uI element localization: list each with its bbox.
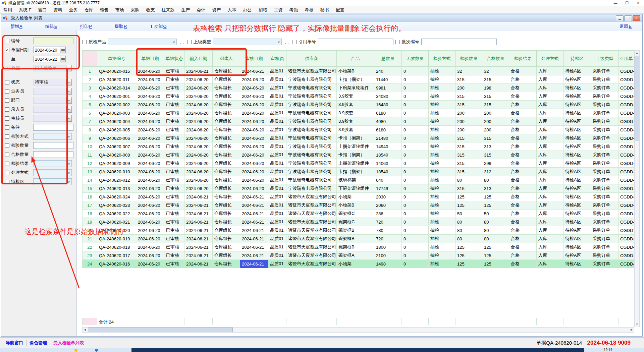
cell-21-18[interactable]: 采购订单 [591,235,619,243]
cell-11-18[interactable]: 采购订单 [591,151,619,159]
cell-9-18[interactable]: 采购订单 [591,134,619,142]
cell-18-9[interactable]: 碗架框C [337,210,374,218]
column-header-19[interactable]: 引用单号 [619,51,635,67]
cell-2-9[interactable]: 卡扣（搁架） [337,75,374,84]
cell-3-18[interactable]: 采购订单 [591,84,619,92]
cell-2-8[interactable]: 宁波瑞奇电器有限公司 [286,75,337,84]
cell-15-16[interactable]: 入库 [537,184,564,193]
cell-11-4[interactable]: 2024-06-20 [184,151,213,159]
cell-11-17[interactable]: 待检A区 [564,151,591,159]
cell-22-1[interactable]: QA-240620-018 [97,243,136,251]
cell-12-1[interactable]: QA-240620-009 [97,159,136,168]
cell-13-13[interactable]: 315 [455,168,482,176]
cell-9-2[interactable]: 2024-06-20 [136,134,164,142]
row-number-cell[interactable]: 12 [83,159,97,168]
cell-11-16[interactable]: 入库 [537,151,564,159]
column-header-11[interactable]: 无效数量 [402,51,429,67]
cell-21-13[interactable]: 80 [455,235,482,243]
cell-4-2[interactable]: 2024-06-20 [136,92,164,101]
column-header-8[interactable]: 供应商 [286,51,337,67]
column-header-9[interactable]: 产品 [337,51,374,67]
cell-14-17[interactable]: 待检A区 [564,176,591,184]
cell-6-8[interactable]: 宁波瑞奇电器有限公司 [286,109,337,117]
cell-14-1[interactable]: QA-240620-012 [97,176,136,184]
cell-6-5[interactable]: 仓库组长 [213,109,240,117]
cell-19-3[interactable]: 已审核 [164,218,184,226]
cell-14-15[interactable]: 合格 [509,176,537,184]
cell-24-14[interactable]: 125 [482,260,509,268]
horizontal-scrollbar-thumb[interactable] [88,328,233,332]
dropdown-arrow-icon[interactable]: ▼ [66,88,72,95]
cell-20-17[interactable]: 待检A区 [564,226,591,235]
cell-14-19[interactable]: CGDD-24 [619,176,635,184]
cell-16-5[interactable]: 仓库组长 [213,193,240,201]
cell-2-4[interactable]: 2024-06-20 [184,75,213,84]
cell-4-19[interactable]: CGDD-24 [619,92,635,101]
cell-1-16[interactable]: 入库 [537,67,564,75]
table-row-2[interactable]: 2QA-240620-0112024-06-20已审核2024-06-20仓库组… [83,75,635,84]
cell-12-8[interactable]: 宁波瑞奇电器有限公司 [286,159,337,168]
cell-17-9[interactable]: 小物架B [337,201,374,210]
table-row-12[interactable]: 12QA-240620-0092024-06-20已审核2024-06-20仓库… [83,159,635,168]
cell-14-5[interactable]: 仓库组长 [213,176,240,184]
cell-4-7[interactable]: 品质01 [268,92,286,101]
cell-6-17[interactable]: 待检A区 [564,109,591,117]
cell-17-1[interactable]: QA-240620-023 [97,201,136,210]
cell-19-11[interactable]: 0 [402,218,429,226]
filter-date-input-1[interactable]: 2024-06-20 [33,47,60,53]
cell-24-13[interactable]: 125 [455,260,482,268]
cell-1-17[interactable]: 待检A区 [564,67,591,75]
cell-15-1[interactable]: QA-240620-013 [97,184,136,193]
cell-5-8[interactable]: 宁波瑞奇电器有限公司 [286,101,337,109]
menu-item-19[interactable]: 考核 [302,6,317,13]
cell-16-1[interactable]: QA-240620-024 [97,193,136,201]
cell-12-5[interactable]: 仓库组长 [213,159,240,168]
cell-20-15[interactable]: 合格 [509,226,537,235]
filter-dropdown-3[interactable]: 受入检验单 [33,65,66,71]
cell-22-6[interactable]: 2024-06-21 [240,243,268,251]
cell-23-3[interactable]: 已审核 [164,251,184,260]
cell-5-5[interactable]: 仓库组长 [213,101,240,109]
cell-1-6[interactable]: 2024-06-21 [240,67,268,75]
filter-checkbox-0[interactable] [5,39,9,43]
cell-12-19[interactable]: CGDD-24 [619,159,635,168]
menu-item-1[interactable]: 系统 F [15,6,35,13]
cell-13-17[interactable]: 待检A区 [564,168,591,176]
cell-18-18[interactable]: 采购订单 [591,210,619,218]
cell-10-12[interactable]: 抽检 [429,142,455,151]
cell-15-9[interactable]: 下碗架滚轮组件 [337,184,374,193]
horizontal-scrollbar[interactable]: ◀ ▶ [82,327,634,333]
cell-21-4[interactable]: 2024-06-21 [184,235,213,243]
cell-4-4[interactable]: 2024-06-20 [184,92,213,101]
quick-filter-checkbox-0[interactable] [82,40,87,44]
cell-22-18[interactable]: 采购订单 [591,243,619,251]
cell-13-1[interactable]: QA-240620-010 [97,168,136,176]
cell-6-14[interactable]: 200 [482,109,509,117]
dropdown-arrow-icon[interactable]: ▼ [66,79,72,85]
cell-9-11[interactable]: 0 [402,134,429,142]
menu-item-8[interactable]: 采购 [127,6,143,13]
table-row-20[interactable]: 20QA-240620-0202024-06-20已审核2024-06-21仓库… [83,226,635,235]
cell-4-17[interactable]: 待检A区 [564,92,591,101]
cell-16-8[interactable]: 诸暨市天宸塑业有限公司 [286,193,337,201]
cell-8-17[interactable]: 待检A区 [564,126,591,134]
cell-9-17[interactable]: 待检A区 [564,134,591,142]
cell-19-2[interactable]: 2024-06-20 [136,218,164,226]
toolbar-button-P[interactable]: 打印P [75,23,97,30]
cell-16-7[interactable]: 品质01 [268,193,286,201]
dropdown-arrow-icon[interactable]: ▼ [66,97,72,104]
cell-3-4[interactable]: 2024-06-20 [184,84,213,92]
cell-5-16[interactable]: 入库 [537,101,564,109]
cell-23-12[interactable]: 抽检 [429,251,455,260]
dropdown-arrow-icon[interactable]: ▼ [66,115,72,122]
filter-checkbox-3[interactable] [5,66,9,70]
cell-8-15[interactable]: 合格 [509,126,537,134]
cell-13-3[interactable]: 已审核 [164,168,184,176]
cell-24-15[interactable]: 合格 [509,260,537,268]
cell-13-6[interactable]: 2024-06-20 [240,168,268,176]
cell-14-9[interactable]: 玻璃杯架 [337,176,374,184]
table-row-13[interactable]: 13QA-240620-0102024-06-20已审核2024-06-20仓库… [83,168,635,176]
cell-3-7[interactable]: 品质01 [268,84,286,92]
cell-6-3[interactable]: 已审核 [164,109,184,117]
cell-18-5[interactable]: 仓库组长 [213,210,240,218]
